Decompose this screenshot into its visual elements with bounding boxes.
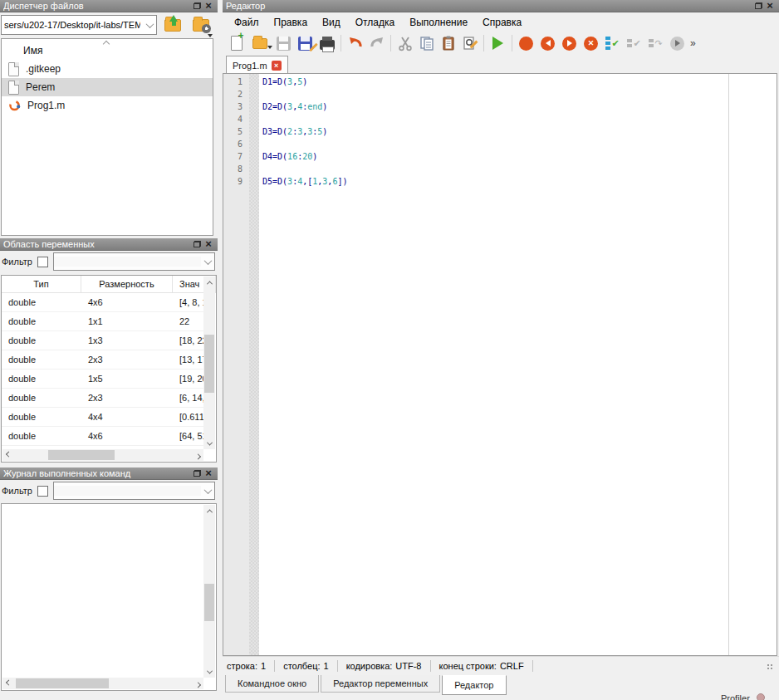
- copy-button[interactable]: [416, 33, 437, 53]
- paste-button[interactable]: [438, 33, 458, 53]
- close-panel-button[interactable]: ×: [203, 1, 214, 11]
- scroll-down-icon[interactable]: [203, 438, 215, 449]
- size-grip[interactable]: [767, 663, 774, 671]
- table-row[interactable]: double 4x6 [4, 8, 12,: [2, 293, 204, 312]
- menu-debug[interactable]: Отладка: [348, 17, 402, 28]
- scrollbar-thumb[interactable]: [204, 335, 214, 393]
- history-command[interactable]: [2, 559, 204, 572]
- print-button[interactable]: [316, 33, 337, 53]
- new-script-button[interactable]: +: [226, 33, 247, 53]
- history-command[interactable]: [2, 546, 204, 559]
- menu-help[interactable]: Справка: [475, 17, 529, 28]
- menu-file[interactable]: Файл: [227, 17, 267, 28]
- undock-button[interactable]: [191, 239, 203, 249]
- dock-tab[interactable]: Командное окно: [225, 675, 319, 693]
- scrollbar-thumb[interactable]: [48, 450, 115, 460]
- continue-button[interactable]: [667, 33, 688, 53]
- history-command[interactable]: [2, 625, 204, 639]
- scroll-left-icon[interactable]: [2, 678, 14, 689]
- save-button[interactable]: [273, 33, 294, 53]
- code-editor[interactable]: 1 D1=D(3,5) 2 3 D2=D(3,4:end) 4 5: [223, 73, 777, 656]
- chevron-down-icon[interactable]: [201, 253, 214, 270]
- history-command[interactable]: [2, 532, 204, 546]
- filter-checkbox[interactable]: [37, 257, 48, 267]
- file-row[interactable]: Perem: [2, 78, 213, 96]
- history-command[interactable]: [2, 639, 204, 652]
- history-command[interactable]: [2, 665, 204, 678]
- column-header-dimension[interactable]: Размерность: [81, 276, 173, 292]
- folder-up-button[interactable]: [160, 14, 185, 36]
- history-command[interactable]: [2, 506, 204, 519]
- history-command[interactable]: [2, 599, 204, 612]
- remove-breakpoints-button[interactable]: ✕: [581, 33, 601, 53]
- chevron-down-icon[interactable]: [143, 16, 156, 34]
- file-row[interactable]: .gitkeep: [2, 60, 213, 78]
- undock-button[interactable]: [752, 1, 764, 11]
- undo-button[interactable]: [345, 33, 365, 53]
- browse-actions-button[interactable]: [189, 14, 213, 36]
- scrollbar-thumb[interactable]: [16, 678, 109, 688]
- editor-tab[interactable]: Prog1.m ×: [226, 56, 288, 74]
- table-row[interactable]: double 1x3 [18, 22, 2: [2, 331, 204, 350]
- run-button[interactable]: [487, 33, 508, 53]
- horizontal-scrollbar[interactable]: [2, 678, 203, 689]
- file-row[interactable]: Prog1.m: [2, 96, 213, 115]
- find-replace-button[interactable]: [459, 33, 480, 53]
- undock-button[interactable]: [191, 1, 203, 11]
- table-row[interactable]: double 1x5 [19, 20, 2: [2, 370, 204, 389]
- path-combobox[interactable]: [1, 15, 157, 35]
- history-command[interactable]: [2, 572, 204, 585]
- toolbar-overflow-button[interactable]: »: [690, 37, 696, 49]
- scroll-up-icon[interactable]: [203, 277, 215, 288]
- file-list[interactable]: Имя .gitkeep: [1, 38, 213, 236]
- filter-combobox[interactable]: [53, 482, 215, 500]
- cut-button[interactable]: [394, 33, 415, 53]
- step-out-button[interactable]: ↷: [645, 33, 666, 53]
- table-row[interactable]: double 4x4 [0.6110,: [2, 408, 204, 427]
- history-command[interactable]: [2, 652, 204, 665]
- close-panel-button[interactable]: ×: [764, 1, 776, 11]
- close-panel-button[interactable]: ×: [203, 468, 214, 478]
- table-row[interactable]: double 1x1 22: [2, 312, 204, 331]
- table-row[interactable]: double 2x3 [13, 17, 2: [2, 350, 204, 370]
- history-command[interactable]: [2, 519, 204, 532]
- next-breakpoint-button[interactable]: [559, 33, 580, 53]
- previous-breakpoint-button[interactable]: [537, 33, 558, 53]
- menu-run[interactable]: Выполнение: [402, 17, 475, 28]
- menu-edit[interactable]: Правка: [267, 17, 316, 28]
- undock-button[interactable]: [191, 468, 203, 478]
- path-input[interactable]: [2, 20, 143, 30]
- redo-button[interactable]: [366, 33, 387, 53]
- filter-input[interactable]: [54, 486, 201, 496]
- filter-checkbox[interactable]: [37, 486, 48, 497]
- history-command[interactable]: [2, 612, 204, 625]
- menu-view[interactable]: Вид: [315, 17, 348, 28]
- step-button[interactable]: ✔: [602, 33, 623, 53]
- table-row[interactable]: double 2x3 [6, 14, 26: [2, 389, 204, 408]
- profiler-button[interactable]: Profiler: [721, 693, 779, 700]
- close-panel-button[interactable]: ×: [203, 239, 214, 249]
- horizontal-scrollbar[interactable]: [2, 449, 203, 461]
- table-row[interactable]: double 4x6 [64, 512,: [2, 427, 204, 446]
- dock-tab[interactable]: Редактор: [442, 675, 506, 695]
- scroll-left-icon[interactable]: [2, 449, 14, 461]
- dock-tab[interactable]: Редактор переменных: [321, 675, 440, 693]
- tab-close-icon[interactable]: ×: [272, 61, 282, 71]
- history-command[interactable]: [2, 585, 204, 599]
- chevron-down-icon[interactable]: [201, 482, 214, 499]
- filter-input[interactable]: [54, 257, 201, 267]
- vertical-scrollbar[interactable]: [203, 505, 215, 678]
- vertical-scrollbar[interactable]: [203, 277, 215, 449]
- filter-combobox[interactable]: [53, 252, 215, 271]
- scroll-right-icon[interactable]: [192, 449, 203, 461]
- toggle-breakpoint-button[interactable]: [516, 33, 536, 53]
- scroll-right-icon[interactable]: [192, 678, 203, 689]
- open-file-button[interactable]: [247, 33, 272, 53]
- undock-icon: [755, 2, 762, 9]
- step-in-button[interactable]: ✔: [624, 33, 644, 53]
- column-header-type[interactable]: Тип: [2, 276, 81, 292]
- save-as-button[interactable]: [295, 33, 316, 53]
- scroll-up-icon[interactable]: [203, 505, 215, 516]
- scrollbar-thumb[interactable]: [204, 584, 214, 621]
- scroll-down-icon[interactable]: [203, 666, 215, 678]
